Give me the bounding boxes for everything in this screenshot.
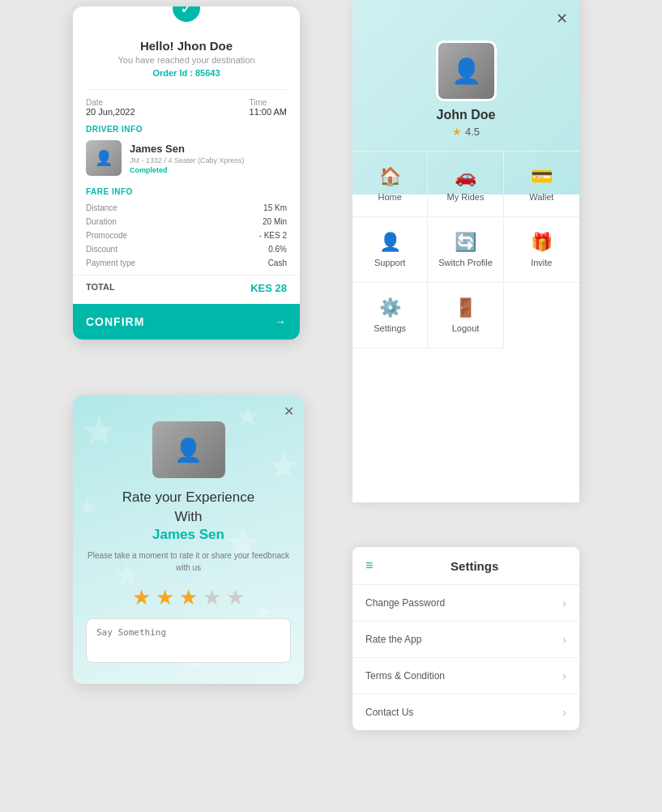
confirm-arrow-icon: → bbox=[275, 315, 287, 328]
fare-row: Payment type Cash bbox=[86, 256, 287, 270]
stars-row: ★ ★ ★ ★ ★ bbox=[86, 585, 291, 610]
order-label: Order Id : bbox=[152, 68, 193, 78]
change-password-label: Change Password bbox=[365, 597, 445, 609]
driver-meta: JM - 1332 / 4 Seater (Caby Xpress) bbox=[130, 156, 287, 165]
driver-photo: 👤 bbox=[86, 140, 122, 176]
rate-subtitle: Please take a moment to rate it or share… bbox=[86, 549, 291, 574]
fare-val: - KES 2 bbox=[259, 231, 287, 240]
menu-grid: 🏠 Home 🚗 My Rides 💳 Wallet 👤 Support 🔄 S… bbox=[352, 151, 579, 348]
support-icon: 👤 bbox=[379, 232, 401, 253]
star-2[interactable]: ★ bbox=[156, 585, 174, 610]
driver-last-name: Sen bbox=[165, 143, 185, 155]
driver-info-block: 👤 James Sen JM - 1332 / 4 Seater (Caby X… bbox=[73, 137, 300, 182]
support-label: Support bbox=[374, 258, 406, 267]
fare-row: Promocode - KES 2 bbox=[86, 229, 287, 242]
star-5[interactable]: ★ bbox=[226, 585, 245, 610]
rate-card: ★ ★ ★ ★ ★ ★ ★ ★ ✕ 👤 Rate your Experience… bbox=[73, 395, 304, 684]
menu-item-switch-profile[interactable]: 🔄 Switch Profile bbox=[428, 217, 503, 283]
confirm-label: CONFIRM bbox=[86, 315, 144, 328]
wallet-label: Wallet bbox=[529, 192, 553, 202]
menu-user-name: John Doe bbox=[437, 108, 496, 122]
rate-title-line1: Rate your Experience With bbox=[86, 488, 291, 527]
rate-close-button[interactable]: ✕ bbox=[284, 404, 294, 419]
fare-section-title: FARE INFO bbox=[73, 182, 300, 199]
chevron-right-icon: › bbox=[562, 596, 566, 609]
settings-card: ≡ Settings Change Password › Rate the Ap… bbox=[352, 547, 579, 730]
order-id-value: 85643 bbox=[195, 68, 220, 78]
date-group: Date 20 Jun,2022 bbox=[86, 98, 135, 117]
receipt-datetime: Date 20 Jun,2022 Time 11:00 AM bbox=[73, 95, 300, 120]
menu-avatar-image: 👤 bbox=[438, 43, 494, 99]
settings-menu-icon[interactable]: ≡ bbox=[365, 558, 373, 573]
receipt-card: ✓ Hello! Jhon Doe You have reached your … bbox=[73, 6, 300, 340]
home-label: Home bbox=[378, 192, 401, 202]
my-rides-label: My Rides bbox=[447, 192, 485, 202]
fare-label: Discount bbox=[86, 245, 117, 254]
total-row: TOTAL KES 28 bbox=[73, 275, 300, 301]
logout-label: Logout bbox=[452, 323, 480, 333]
menu-star-icon: ★ bbox=[452, 126, 462, 138]
menu-item-settings[interactable]: ⚙️ Settings bbox=[352, 283, 428, 348]
menu-item-wallet[interactable]: 💳 Wallet bbox=[504, 152, 579, 217]
settings-icon: ⚙️ bbox=[379, 297, 401, 318]
contact-label: Contact Us bbox=[365, 707, 413, 718]
time-label: Time bbox=[250, 98, 287, 107]
driver-section-title: DRIVER INFO bbox=[73, 120, 300, 137]
rate-title-text: Rate your Experience bbox=[122, 489, 254, 505]
settings-row-contact[interactable]: Contact Us › bbox=[352, 694, 579, 730]
settings-row-terms[interactable]: Terms & Condition › bbox=[352, 658, 579, 694]
menu-avatar: 👤 bbox=[436, 41, 497, 101]
time-value: 11:00 AM bbox=[250, 107, 287, 117]
driver-first-name: James bbox=[130, 143, 162, 155]
home-icon: 🏠 bbox=[379, 166, 401, 187]
wallet-icon: 💳 bbox=[531, 166, 553, 187]
settings-title: Settings bbox=[382, 559, 566, 573]
fare-val: 20 Min bbox=[263, 217, 287, 226]
menu-item-logout[interactable]: 🚪 Logout bbox=[428, 283, 503, 348]
menu-item-my-rides[interactable]: 🚗 My Rides bbox=[428, 152, 503, 217]
receipt-subtitle: You have reached your destination bbox=[86, 55, 287, 65]
menu-close-button[interactable]: ✕ bbox=[556, 10, 568, 28]
fare-val: 0.6% bbox=[268, 245, 287, 254]
menu-item-invite[interactable]: 🎁 Invite bbox=[504, 217, 579, 283]
driver-avatar: 👤 bbox=[86, 140, 122, 176]
fare-row: Discount 0.6% bbox=[86, 242, 287, 256]
settings-row-change-password[interactable]: Change Password › bbox=[352, 585, 579, 622]
terms-label: Terms & Condition bbox=[365, 670, 445, 682]
total-value: KES 28 bbox=[250, 282, 287, 294]
check-circle-icon: ✓ bbox=[170, 6, 203, 24]
star-3[interactable]: ★ bbox=[179, 585, 198, 610]
hello-prefix: Hello! bbox=[140, 39, 174, 53]
receipt-hello: Hello! Jhon Doe bbox=[86, 39, 287, 53]
star-1[interactable]: ★ bbox=[132, 585, 151, 610]
total-label: TOTAL bbox=[86, 282, 115, 294]
receipt-check-area: ✓ bbox=[73, 6, 300, 24]
logout-icon: 🚪 bbox=[455, 297, 476, 318]
switch-profile-icon: 🔄 bbox=[455, 232, 476, 253]
invite-label: Invite bbox=[531, 258, 552, 267]
settings-row-rate-app[interactable]: Rate the App › bbox=[352, 622, 579, 658]
rate-card-content: 👤 Rate your Experience With James Sen Pl… bbox=[73, 395, 304, 676]
menu-item-home[interactable]: 🏠 Home bbox=[352, 152, 428, 217]
receipt-header: Hello! Jhon Doe You have reached your de… bbox=[73, 31, 300, 84]
menu-card: ✕ 👤 John Doe ★ 4.5 🏠 Home 🚗 My Rides 💳 W… bbox=[352, 0, 579, 502]
fare-row: Distance 15 Km bbox=[86, 201, 287, 215]
fare-label: Duration bbox=[86, 217, 117, 226]
chevron-right-icon: › bbox=[562, 633, 566, 646]
settings-label: Settings bbox=[374, 323, 406, 333]
invite-icon: 🎁 bbox=[531, 232, 553, 253]
feedback-input[interactable] bbox=[86, 618, 291, 663]
rate-driver-photo: 👤 bbox=[152, 421, 225, 478]
switch-profile-label: Switch Profile bbox=[438, 258, 493, 267]
driver-details: James Sen JM - 1332 / 4 Seater (Caby Xpr… bbox=[130, 143, 287, 174]
receipt-username: Jhon Doe bbox=[177, 39, 233, 53]
menu-profile: 👤 John Doe ★ 4.5 bbox=[352, 0, 579, 138]
star-4[interactable]: ★ bbox=[203, 585, 221, 610]
fare-row: Duration 20 Min bbox=[86, 215, 287, 229]
confirm-button[interactable]: CONFIRM → bbox=[73, 304, 300, 340]
fare-label: Payment type bbox=[86, 259, 135, 267]
menu-item-support[interactable]: 👤 Support bbox=[352, 217, 428, 283]
rate-driver-avatar: 👤 bbox=[152, 421, 225, 478]
fare-label: Distance bbox=[86, 203, 117, 212]
chevron-right-icon: › bbox=[562, 706, 566, 719]
